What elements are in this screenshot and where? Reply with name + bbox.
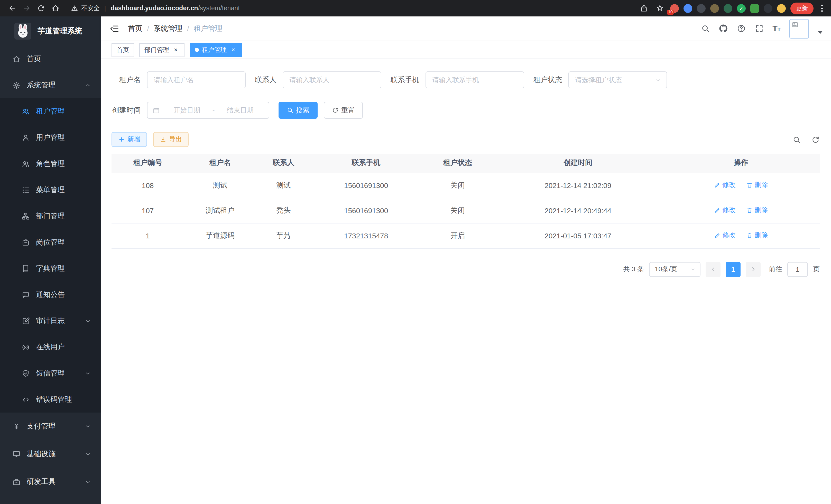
prev-page-button[interactable] — [706, 262, 720, 277]
profile-avatar-icon[interactable] — [777, 4, 786, 12]
home-icon — [12, 55, 21, 63]
cell-actions: 修改 删除 — [662, 198, 820, 223]
close-icon[interactable]: × — [172, 46, 179, 53]
cell-created: 2021-12-14 21:02:09 — [494, 173, 662, 198]
sidebar-item-notice[interactable]: 通知公告 — [0, 281, 101, 308]
date-range-picker[interactable]: 开始日期 - 结束日期 — [147, 102, 269, 119]
share-icon[interactable] — [638, 1, 650, 16]
add-button[interactable]: 新增 — [112, 132, 147, 147]
sidebar-item-menu[interactable]: 菜单管理 — [0, 177, 101, 203]
sidebar-item-post[interactable]: 岗位管理 — [0, 229, 101, 255]
sidebar-item-dept[interactable]: 部门管理 — [0, 203, 101, 229]
tab-label: 首页 — [117, 46, 129, 54]
tab-tenant[interactable]: 租户管理 × — [190, 43, 242, 57]
avatar[interactable] — [790, 19, 809, 38]
sidebar-item-user[interactable]: 用户管理 — [0, 124, 101, 151]
extension-icon[interactable] — [684, 4, 692, 12]
close-icon[interactable]: × — [230, 46, 237, 53]
reset-button[interactable]: 重置 — [324, 102, 363, 119]
edit-link-label: 修改 — [722, 181, 736, 190]
extension-icon[interactable] — [724, 4, 732, 12]
signal-icon — [22, 343, 30, 351]
browser-home-icon[interactable] — [48, 1, 63, 16]
gear-icon — [12, 81, 21, 89]
book-icon — [22, 264, 30, 272]
sidebar-item-dev-tools[interactable]: 研发工具 — [0, 468, 101, 496]
sidebar-item-audit-log[interactable]: 审计日志 — [0, 308, 101, 334]
browser-update-button[interactable]: 更新 — [791, 2, 813, 14]
tenant-table: 租户编号 租户名 联系人 联系手机 租户状态 创建时间 操作 108 测试 — [112, 154, 820, 248]
extension-icon[interactable] — [697, 4, 706, 12]
font-size-icon[interactable]: TT — [772, 24, 781, 33]
address-bar[interactable]: 不安全 | dashboard.yudao.iocoder.cn /system… — [71, 4, 638, 12]
pagination: 共 3 条 10条/页 1 前往 页 — [112, 262, 820, 277]
chevron-down-icon[interactable] — [818, 31, 823, 34]
app-root: 不安全 | dashboard.yudao.iocoder.cn /system… — [0, 0, 831, 504]
sidebar-item-tenant[interactable]: 租户管理 — [0, 98, 101, 124]
cell-status: 开启 — [422, 223, 494, 248]
sidebar-item-system[interactable]: 系统管理 — [0, 72, 101, 98]
sidebar-item-role[interactable]: 角色管理 — [0, 151, 101, 177]
fullscreen-icon[interactable] — [754, 24, 764, 33]
delete-link[interactable]: 删除 — [746, 206, 768, 215]
browser-menu-icon[interactable] — [818, 5, 826, 12]
export-button[interactable]: 导出 — [153, 132, 189, 147]
contact-input[interactable] — [283, 71, 381, 88]
sidebar-item-dict[interactable]: 字典管理 — [0, 255, 101, 281]
cell-actions: 修改 删除 — [662, 223, 820, 248]
page-size-select[interactable]: 10条/页 — [649, 262, 700, 277]
edit-link[interactable]: 修改 — [714, 231, 736, 240]
browser-back-icon[interactable] — [5, 1, 20, 16]
download-icon — [160, 136, 167, 143]
logo[interactable]: 芋道管理系统 — [0, 17, 101, 46]
edit-link[interactable]: 修改 — [714, 206, 736, 215]
next-page-button[interactable] — [746, 262, 761, 277]
sidebar-item-label: 短信管理 — [36, 368, 65, 378]
trash-icon — [746, 207, 753, 214]
tab-dept[interactable]: 部门管理 × — [139, 43, 184, 57]
users-icon — [22, 107, 30, 115]
page-number-button[interactable]: 1 — [726, 262, 741, 277]
browser-reload-icon[interactable] — [34, 1, 48, 16]
tab-home[interactable]: 首页 — [112, 43, 134, 57]
toggle-search-icon[interactable] — [793, 136, 801, 144]
status-select[interactable]: 请选择租户状态 — [568, 71, 667, 88]
delete-link[interactable]: 删除 — [746, 181, 768, 190]
header-search-icon[interactable] — [700, 24, 710, 33]
hamburger-icon[interactable] — [110, 23, 120, 34]
goto-page-input[interactable] — [787, 262, 808, 277]
browser-chrome: 不安全 | dashboard.yudao.iocoder.cn /system… — [0, 0, 831, 17]
breadcrumb-item[interactable]: 系统管理 — [154, 24, 182, 33]
sidebar-item-online-users[interactable]: 在线用户 — [0, 334, 101, 360]
help-icon[interactable] — [737, 24, 746, 33]
sidebar-item-sms[interactable]: 短信管理 — [0, 360, 101, 386]
chevron-down-icon — [85, 423, 91, 429]
delete-link[interactable]: 删除 — [746, 231, 768, 240]
active-dot — [195, 48, 199, 52]
extension-icon[interactable]: ✓ — [737, 4, 746, 12]
github-icon[interactable] — [718, 24, 728, 33]
refresh-table-icon[interactable] — [811, 136, 820, 144]
bookmark-star-icon[interactable] — [654, 1, 665, 16]
browser-forward-icon[interactable] — [20, 1, 34, 16]
sidebar-item-error-code[interactable]: 错误码管理 — [0, 386, 101, 413]
sidebar-item-label: 部门管理 — [36, 211, 65, 221]
extension-icon[interactable]: 10 — [670, 4, 679, 12]
sidebar-item-home[interactable]: 首页 — [0, 46, 101, 72]
sidebar-item-infrastructure[interactable]: 基础设施 — [0, 440, 101, 468]
extension-icon[interactable] — [764, 4, 772, 12]
extension-icon[interactable] — [710, 4, 719, 12]
col-header: 操作 — [662, 154, 820, 173]
search-button[interactable]: 搜索 — [279, 102, 318, 119]
filter-status: 租户状态 请选择租户状态 — [534, 71, 667, 88]
chevron-down-icon — [85, 451, 91, 457]
extension-icon[interactable] — [750, 4, 759, 12]
cell-name: 测试 — [184, 173, 256, 198]
phone-input[interactable] — [426, 71, 524, 88]
edit-link[interactable]: 修改 — [714, 181, 736, 190]
breadcrumb-item[interactable]: 首页 — [128, 24, 142, 33]
tenant-name-input[interactable] — [147, 71, 246, 88]
sidebar-item-payment[interactable]: 支付管理 — [0, 413, 101, 440]
table-row: 107 测试租户 秃头 15601691300 关闭 2021-12-14 20… — [112, 198, 820, 223]
table-row: 108 测试 测试 15601691300 关闭 2021-12-14 21:0… — [112, 173, 820, 198]
